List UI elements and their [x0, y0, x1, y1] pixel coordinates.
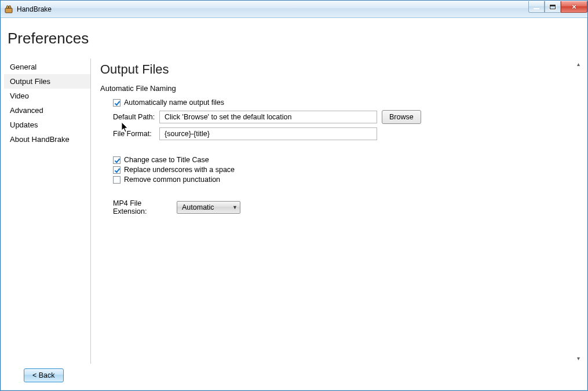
punctuation-label: Remove common punctuation	[124, 176, 220, 184]
punctuation-checkbox[interactable]	[113, 176, 120, 184]
browse-button[interactable]: Browse	[382, 110, 421, 124]
underscores-row: Replace underscores with a space	[113, 166, 575, 174]
title-case-label: Change case to Title Case	[124, 156, 209, 164]
file-format-input[interactable]	[159, 127, 377, 140]
default-path-row: Default Path: Browse	[113, 110, 575, 124]
sidebar: General Output Files Video Advanced Upda…	[4, 59, 91, 364]
mp4-ext-row: MP4 File Extension: Automatic ▼	[113, 199, 575, 215]
sidebar-item-advanced[interactable]: Advanced	[4, 103, 90, 118]
svg-rect-0	[5, 8, 12, 13]
page-title: Preferences	[4, 21, 584, 56]
back-button[interactable]: < Back	[24, 368, 64, 382]
sidebar-item-video[interactable]: Video	[4, 89, 90, 103]
close-button[interactable]: ×	[561, 1, 587, 13]
window-controls: ×	[528, 1, 587, 13]
app-window: HandBrake × Preferences General Output F…	[0, 0, 588, 391]
default-path-label: Default Path:	[113, 113, 159, 121]
sidebar-item-output-files[interactable]: Output Files	[4, 74, 90, 89]
sidebar-item-updates[interactable]: Updates	[4, 118, 90, 132]
client-area: Preferences General Output Files Video A…	[4, 21, 584, 387]
app-icon	[4, 5, 13, 14]
sidebar-item-general[interactable]: General	[4, 60, 90, 74]
title-case-checkbox[interactable]	[113, 156, 120, 164]
mp4-ext-label: MP4 File Extension:	[113, 199, 177, 215]
maximize-button[interactable]	[545, 1, 561, 13]
punctuation-row: Remove common punctuation	[113, 176, 575, 184]
title-case-row: Change case to Title Case	[113, 156, 575, 164]
auto-name-row: Automatically name output files	[113, 98, 575, 107]
content: General Output Files Video Advanced Upda…	[4, 59, 584, 364]
default-path-input[interactable]	[159, 111, 377, 123]
auto-naming-block: Automatically name output files Default …	[113, 98, 575, 215]
scroll-down-icon[interactable]: ▾	[574, 354, 583, 363]
chevron-down-icon: ▼	[232, 204, 238, 210]
section-title: Output Files	[100, 62, 575, 77]
subheading: Automatic File Naming	[100, 84, 575, 93]
file-format-row: File Format:	[113, 127, 575, 140]
auto-name-checkbox[interactable]	[113, 99, 120, 107]
underscores-label: Replace underscores with a space	[124, 166, 235, 174]
sidebar-item-about[interactable]: About HandBrake	[4, 132, 90, 147]
main-panel: ▴ ▾ Output Files Automatic File Naming A…	[91, 59, 584, 364]
window-title: HandBrake	[17, 5, 52, 13]
mp4-ext-select[interactable]: Automatic ▼	[177, 201, 240, 214]
underscores-checkbox[interactable]	[113, 166, 120, 174]
scroll-up-icon[interactable]: ▴	[574, 60, 583, 68]
auto-name-label: Automatically name output files	[124, 98, 224, 107]
file-format-label: File Format:	[113, 130, 159, 138]
footer: < Back	[4, 364, 584, 387]
mp4-ext-value: Automatic	[182, 203, 214, 211]
minimize-button[interactable]	[528, 1, 545, 13]
titlebar[interactable]: HandBrake ×	[1, 1, 587, 18]
